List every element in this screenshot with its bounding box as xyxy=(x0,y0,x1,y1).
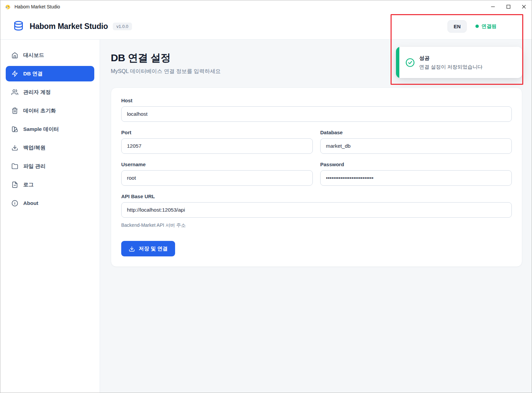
username-field-group: Username xyxy=(121,162,313,186)
language-toggle-button[interactable]: EN xyxy=(447,20,467,33)
sidebar-item-data-reset[interactable]: 데이터 초기화 xyxy=(6,103,94,118)
info-icon xyxy=(11,200,18,207)
sidebar-item-backup-restore[interactable]: 백업/복원 xyxy=(6,140,94,155)
database-input[interactable] xyxy=(320,138,512,154)
minimize-button[interactable] xyxy=(485,0,501,13)
app-window: Habom Market Studio Habom Market Studio … xyxy=(0,0,532,393)
check-circle-icon xyxy=(405,58,415,67)
sidebar-item-label: 데이터 초기화 xyxy=(23,107,56,114)
port-field-group: Port xyxy=(121,130,313,154)
sidebar-item-label: 로그 xyxy=(23,181,34,188)
home-icon xyxy=(11,52,18,59)
host-field-group: Host xyxy=(121,98,512,122)
window-title: Habom Market Studio xyxy=(14,4,60,9)
sidebar-item-label: Sample 데이터 xyxy=(23,126,59,133)
save-icon xyxy=(129,246,135,252)
sidebar-item-db-connection[interactable]: DB 연결 xyxy=(6,66,94,81)
sidebar-item-dashboard[interactable]: 대시보드 xyxy=(6,47,94,63)
api-base-url-label: API Base URL xyxy=(121,193,512,199)
sidebar-item-sample-data[interactable]: Sample 데이터 xyxy=(6,121,94,137)
sidebar: 대시보드 DB 연결 관리자 계정 데이터 초기화 xyxy=(0,40,100,393)
backup-icon xyxy=(11,144,18,151)
sidebar-item-label: About xyxy=(23,200,38,206)
password-label: Password xyxy=(320,162,512,167)
toast-title: 성공 xyxy=(419,55,483,62)
swatch-icon xyxy=(11,126,18,133)
host-label: Host xyxy=(121,98,512,103)
api-base-url-input[interactable] xyxy=(121,202,512,218)
users-icon xyxy=(11,89,18,96)
sidebar-item-label: 관리자 계정 xyxy=(23,89,51,96)
username-label: Username xyxy=(121,162,313,167)
status-dot-icon xyxy=(475,25,479,28)
success-toast: 성공 연결 설정이 저장되었습니다 xyxy=(396,47,522,78)
username-input[interactable] xyxy=(121,170,313,186)
folder-icon xyxy=(11,163,18,170)
app-window-icon xyxy=(5,3,11,10)
save-and-connect-button[interactable]: 저장 및 연결 xyxy=(121,241,175,256)
app-title: Habom Market Studio xyxy=(30,22,108,31)
close-button[interactable] xyxy=(516,0,532,13)
db-connection-form-card: Host Port Database Username xyxy=(111,87,522,267)
maximize-button[interactable] xyxy=(501,0,516,13)
connection-status: 연결됨 xyxy=(475,23,497,30)
log-icon xyxy=(11,181,18,188)
sidebar-item-about[interactable]: About xyxy=(6,195,94,211)
database-logo-icon xyxy=(12,20,25,32)
sidebar-item-admin-account[interactable]: 관리자 계정 xyxy=(6,84,94,100)
port-input[interactable] xyxy=(121,138,313,154)
titlebar: Habom Market Studio xyxy=(0,0,532,13)
main-content: DB 연결 설정 MySQL 데이터베이스 연결 정보를 입력하세요 Host … xyxy=(100,40,532,393)
database-label: Database xyxy=(320,130,512,135)
save-and-connect-label: 저장 및 연결 xyxy=(139,245,168,252)
toast-message: 연결 설정이 저장되었습니다 xyxy=(419,64,483,70)
status-label: 연결됨 xyxy=(481,23,497,30)
api-base-url-field-group: API Base URL xyxy=(121,193,512,218)
zap-icon xyxy=(11,70,18,77)
password-input[interactable] xyxy=(320,170,512,186)
toast-accent-bar xyxy=(396,47,399,78)
port-label: Port xyxy=(121,130,313,135)
app-header: Habom Market Studio v1.0.0 EN 연결됨 xyxy=(0,13,532,40)
password-field-group: Password xyxy=(320,162,512,186)
sidebar-item-logs[interactable]: 로그 xyxy=(6,177,94,192)
database-field-group: Database xyxy=(320,130,512,154)
sidebar-item-label: DB 연결 xyxy=(23,70,43,77)
sidebar-item-label: 파일 관리 xyxy=(23,163,45,170)
version-badge: v1.0.0 xyxy=(113,23,132,30)
sidebar-item-label: 백업/복원 xyxy=(23,144,45,151)
host-input[interactable] xyxy=(121,106,512,122)
trash-icon xyxy=(11,107,18,114)
sidebar-item-file-management[interactable]: 파일 관리 xyxy=(6,158,94,174)
api-base-url-helper: Backend-Market API 서버 주소 xyxy=(121,222,512,228)
sidebar-item-label: 대시보드 xyxy=(23,52,44,59)
